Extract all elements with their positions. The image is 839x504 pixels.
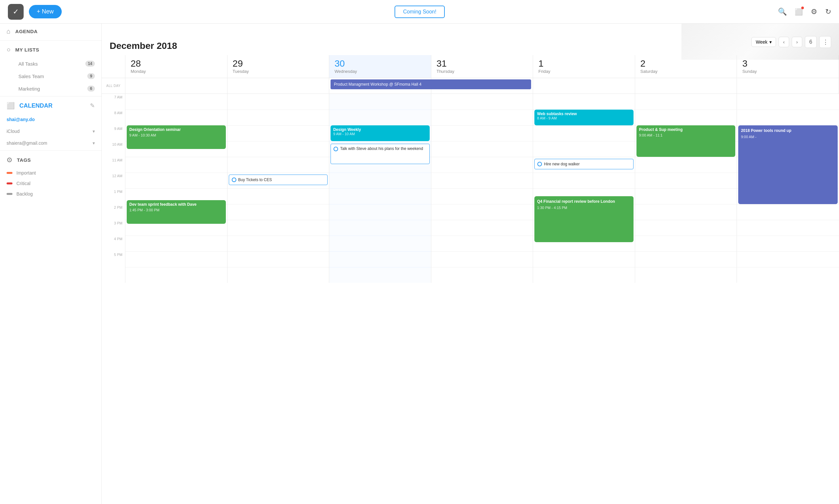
tag-critical[interactable]: Critical [0, 178, 102, 189]
time-label-end [102, 267, 125, 283]
day-name-31: Thursday [436, 69, 454, 74]
task-talk-steve[interactable]: Talk with Steve about his plans for the … [331, 144, 430, 164]
allday-cell-3 [737, 78, 839, 93]
hour-line [635, 204, 737, 204]
calendar-main: December 2018 Week ▾ ‹ › 6 ⋮ 28 Monday [102, 24, 839, 504]
tag-backlog[interactable]: Backlog [0, 189, 102, 199]
sidebar-item-all-tasks[interactable]: All Tasks 14 [0, 57, 102, 70]
new-button[interactable]: + New [29, 5, 62, 18]
day-name-3: Sunday [742, 69, 756, 74]
sidebar-item-my-lists[interactable]: ○ MY LISTS [0, 42, 102, 57]
allday-event-workshop[interactable]: Product Managment Workshop @ SFmoma Hall… [331, 79, 531, 89]
time-label-8am: 8 AM [102, 110, 125, 125]
time-label-7am: 7 AM [102, 94, 125, 110]
event-title: Product & Sup meeting [639, 127, 733, 132]
day-num-28: 28 [131, 59, 141, 68]
time-label-4pm: 4 PM [102, 236, 125, 251]
time-label-10am: 10 AM [102, 141, 125, 157]
allday-cell-2 [635, 78, 737, 93]
hour-line [228, 204, 329, 204]
hour-line [737, 236, 839, 236]
event-dev-sprint[interactable]: Dev team sprint feedback with Dave 1:45 … [127, 200, 226, 224]
day-num-30: 30 [335, 59, 345, 68]
backlog-label: Backlog [16, 191, 33, 197]
time-grid-scroll[interactable]: 7 AM 8 AM 9 AM 10 AM 11 AM 12 AM 1 PM 2 … [102, 94, 839, 504]
my-lists-label: MY LISTS [15, 47, 39, 53]
hour-line [737, 267, 839, 267]
task-hire-dog-walker[interactable]: Hire new dog walker [534, 159, 633, 169]
day-header-28: 28 Monday [125, 55, 228, 78]
task-title: Buy Tickets to CES [238, 178, 272, 182]
time-label-2pm: 2 PM [102, 204, 125, 220]
hour-line [737, 110, 839, 110]
day-num-31: 31 [436, 59, 447, 68]
more-options-button[interactable]: ⋮ [819, 36, 831, 48]
task-title: Talk with Steve about his plans for the … [340, 146, 423, 151]
hour-line [635, 173, 737, 173]
event-title: Q4 Financial report review before London [537, 199, 631, 204]
prev-week-button[interactable]: ‹ [779, 37, 789, 47]
calendar-header-bar: December 2018 Week ▾ ‹ › 6 ⋮ [102, 24, 839, 55]
allday-label: ALL DAY [102, 78, 125, 93]
search-icon[interactable]: 🔍 [778, 7, 787, 16]
primary-account-email: shai@any.do [6, 117, 35, 122]
sales-team-badge: 9 [87, 73, 95, 79]
app-logo[interactable]: ✓ [8, 4, 24, 20]
hour-line [329, 173, 431, 173]
next-week-button[interactable]: › [792, 37, 802, 47]
time-label-9am: 9 AM [102, 125, 125, 141]
event-title: Design Orientation seminar [129, 127, 223, 132]
refresh-icon[interactable]: ↻ [825, 7, 831, 16]
hour-line [228, 173, 329, 173]
day-col-3: 2018 Power tools round up 9:00 AM - [737, 94, 839, 283]
edit-icon[interactable]: ✎ [90, 102, 95, 109]
notification-icon[interactable]: ⬜ [795, 7, 803, 16]
day-view-button[interactable]: 6 [805, 36, 817, 48]
hour-line [635, 188, 737, 189]
hour-line [533, 188, 635, 189]
day-col-29: Buy Tickets to CES [228, 94, 329, 283]
hour-line [228, 141, 329, 141]
cal-account-icloud[interactable]: iCloud ▾ [0, 125, 102, 137]
sidebar-item-agenda[interactable]: ⌂ AGENDA [0, 24, 102, 39]
all-tasks-label: All Tasks [18, 61, 38, 67]
cal-account-primary[interactable]: shai@any.do [0, 113, 102, 125]
event-product-sup[interactable]: Product & Sup meeting 9:00 AM - 11:1 [637, 125, 736, 157]
day-num-29: 29 [233, 59, 243, 68]
hour-line [228, 251, 329, 252]
settings-icon[interactable]: ⚙ [811, 7, 817, 16]
hour-line [737, 204, 839, 204]
hour-line [329, 251, 431, 252]
sales-team-label: Sales Team [18, 73, 44, 79]
hour-line [533, 125, 635, 126]
coming-soon-button[interactable]: Coming Soon! [395, 5, 445, 18]
sidebar-calendar-header[interactable]: ⬜ CALENDAR ✎ [0, 98, 102, 113]
critical-label: Critical [16, 181, 31, 186]
hour-line [431, 141, 533, 141]
day-col-28: Design Orientation seminar 9 AM - 10:30 … [125, 94, 228, 283]
hour-line [329, 110, 431, 110]
sidebar-item-marketing[interactable]: Marketing 6 [0, 83, 102, 95]
sidebar-item-sales-team[interactable]: Sales Team 9 [0, 70, 102, 83]
time-label-3pm: 3 PM [102, 220, 125, 236]
week-view-select[interactable]: Week ▾ [751, 37, 776, 47]
event-design-weekly[interactable]: Design Weekly 9 AM - 10 AM [331, 125, 430, 141]
sidebar-item-tags[interactable]: ⊙ TAGS [0, 152, 102, 168]
event-q4-financial[interactable]: Q4 Financial report review before London… [534, 196, 633, 242]
event-design-orientation[interactable]: Design Orientation seminar 9 AM - 10:30 … [127, 125, 226, 149]
event-web-subtasks[interactable]: Web subtasks review 8 AM - 9 AM [534, 110, 633, 125]
day-num-3: 3 [742, 59, 747, 68]
event-title: 2018 Power tools round up [741, 128, 835, 133]
day-name-28: Monday [131, 69, 146, 74]
allday-event-title: Product Managment Workshop @ SFmoma Hall… [334, 82, 422, 87]
event-time: 9 AM - 10:30 AM [129, 133, 223, 137]
event-title: Web subtasks review [537, 111, 631, 116]
cal-account-gmail[interactable]: shaiera@gmail.com ▾ [0, 137, 102, 149]
event-power-tools[interactable]: 2018 Power tools round up 9:00 AM - [738, 125, 838, 204]
tag-important[interactable]: Important [0, 168, 102, 178]
topbar-left: ✓ + New [8, 4, 62, 20]
task-circle [232, 178, 236, 182]
task-buy-tickets[interactable]: Buy Tickets to CES [229, 175, 328, 185]
all-tasks-badge: 14 [85, 61, 95, 67]
topbar-center: Coming Soon! [395, 5, 445, 18]
